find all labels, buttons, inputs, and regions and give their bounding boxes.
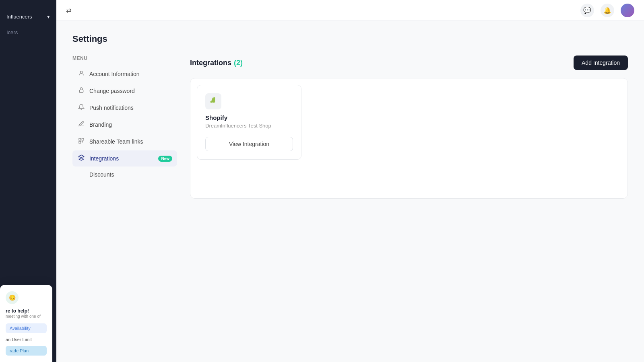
menu-item-push-notifications[interactable]: Push notifications <box>72 100 177 116</box>
svg-point-0 <box>80 71 82 73</box>
sidebar-chevron-icon: ▾ <box>47 14 50 20</box>
svg-rect-4 <box>79 141 81 143</box>
topbar-right: 💬 🔔 <box>580 4 634 17</box>
lock-icon <box>77 87 85 95</box>
main-wrapper: ⇄ 💬 🔔 Settings Menu <box>56 0 644 362</box>
chat-icon: 💬 <box>583 6 591 14</box>
menu-item-branding-label: Branding <box>89 121 112 128</box>
integrations-header: Integrations (2) Add Integration <box>190 56 628 70</box>
sidebar-item-influencers[interactable]: Icers <box>0 24 56 41</box>
integrations-count: (2) <box>234 59 243 67</box>
sidebar-item-influencers-label: Icers <box>6 29 18 35</box>
sidebar: Influencers ▾ Icers 😊 re to help! meetin… <box>0 0 56 362</box>
layers-icon <box>77 154 85 162</box>
menu-item-push-notifications-label: Push notifications <box>89 105 134 111</box>
integration-name: Shopify <box>205 114 293 121</box>
menu-item-account-information-label: Account Information <box>89 71 140 77</box>
integration-card-shopify: S Shopify DreamInfluencers Test Shop Vie… <box>197 85 301 160</box>
svg-rect-3 <box>82 138 84 140</box>
bell-icon: 🔔 <box>603 6 611 14</box>
settings-menu: Menu Account Information <box>72 56 177 199</box>
add-integration-button[interactable]: Add Integration <box>574 56 628 70</box>
svg-rect-2 <box>79 138 81 140</box>
menu-item-account-information[interactable]: Account Information <box>72 66 177 82</box>
popup-subtitle: meeting with one of <box>6 314 47 319</box>
menu-item-change-password[interactable]: Change password <box>72 83 177 99</box>
integrations-content: Integrations (2) Add Integration S <box>190 56 628 199</box>
shopify-icon: S <box>208 96 218 107</box>
chat-button[interactable]: 💬 <box>580 4 594 17</box>
notification-icon <box>77 104 85 112</box>
menu-item-change-password-label: Change password <box>89 88 135 94</box>
settings-layout: Menu Account Information <box>72 56 628 199</box>
integration-logo: S <box>205 93 221 109</box>
share-icon <box>77 138 85 146</box>
popup-limit-label: an User Limit <box>6 337 47 342</box>
page-title: Settings <box>72 34 628 44</box>
menu-item-integrations[interactable]: Integrations New <box>72 150 177 167</box>
sidebar-influencers[interactable]: Influencers ▾ <box>0 10 56 24</box>
avatar[interactable] <box>621 4 634 17</box>
integrations-title: Integrations (2) <box>190 59 243 67</box>
sidebar-top-label <box>0 0 56 10</box>
sidebar-toggle-icon[interactable]: ⇄ <box>66 6 71 14</box>
integrations-list-area: S Shopify DreamInfluencers Test Shop Vie… <box>190 78 628 199</box>
menu-item-discounts-label: Discounts <box>89 171 114 178</box>
menu-label: Menu <box>72 56 177 61</box>
view-integration-button[interactable]: View Integration <box>205 137 293 151</box>
topbar: ⇄ 💬 🔔 <box>56 0 644 21</box>
menu-item-branding[interactable]: Branding <box>72 117 177 133</box>
integrations-title-text: Integrations <box>190 59 231 67</box>
integration-subtitle: DreamInfluencers Test Shop <box>205 123 293 129</box>
topbar-left: ⇄ <box>66 6 71 14</box>
sidebar-influencers-label: Influencers <box>6 14 32 20</box>
person-icon <box>77 70 85 78</box>
bottom-popup: 😊 re to help! meeting with one of Availa… <box>0 285 52 362</box>
availability-button[interactable]: Availability <box>6 323 47 333</box>
pen-icon <box>77 121 85 129</box>
notifications-button[interactable]: 🔔 <box>601 4 614 17</box>
popup-circle: 😊 <box>6 291 19 304</box>
svg-text:S: S <box>210 100 212 104</box>
popup-here-label: re to help! <box>6 308 47 314</box>
svg-marker-5 <box>78 155 84 158</box>
menu-item-integrations-label: Integrations <box>89 155 119 162</box>
menu-item-shareable-team-links-label: Shareable Team links <box>89 138 143 145</box>
upgrade-plan-button[interactable]: rade Plan <box>6 346 47 356</box>
badge-new: New <box>158 156 172 162</box>
menu-item-shareable-team-links[interactable]: Shareable Team links <box>72 134 177 150</box>
svg-rect-1 <box>79 90 83 93</box>
content: Settings Menu Account Information <box>56 21 644 362</box>
menu-item-discounts[interactable]: Discounts <box>72 167 177 182</box>
